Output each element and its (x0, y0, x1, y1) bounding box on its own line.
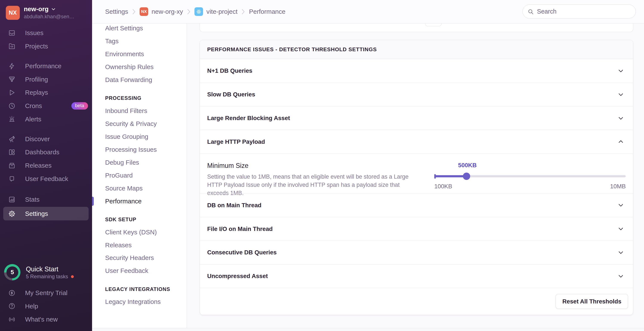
sidebar-item-profiling[interactable]: Profiling (0, 73, 92, 86)
sidebar-item-label: Settings (25, 210, 48, 217)
help-icon (8, 302, 16, 310)
slider-value-label: 500KB (458, 162, 477, 169)
settings-nav-item-alert-settings[interactable]: Alert Settings (105, 24, 187, 35)
quick-start-progress-ring: 5 (4, 264, 20, 280)
sidebar-nav: Issues Projects Performance Profiling Re… (0, 26, 92, 220)
slider-max-label: 10MB (610, 183, 626, 190)
slider-min-label: 100KB (434, 183, 452, 190)
accordion-row-slow-db-queries[interactable]: Slow DB Queries (200, 83, 633, 106)
sidebar-item-dashboards[interactable]: Dashboards (0, 146, 92, 159)
bolt-circle-icon (8, 289, 16, 296)
settings-nav-item-user-feedback[interactable]: User Feedback (105, 264, 187, 277)
quick-start[interactable]: 5 Quick Start 5 Remaining tasks (0, 264, 92, 286)
chevron-right-icon (132, 9, 136, 15)
accordion-row-uncompressed-asset[interactable]: Uncompressed Asset (200, 264, 633, 288)
sidebar-item-stats[interactable]: Stats (0, 193, 92, 206)
collapsed-button-partial[interactable] (425, 24, 442, 26)
search-input[interactable] (537, 8, 631, 15)
minimum-size-slider: 500KB 100KB 10MB (434, 162, 626, 191)
discover-icon (8, 135, 16, 143)
breadcrumb-settings[interactable]: Settings (105, 8, 128, 15)
sidebar-item-replays[interactable]: Replays (0, 86, 92, 99)
breadcrumb-performance[interactable]: Performance (249, 8, 286, 15)
sidebar-item-label: Issues (25, 29, 44, 37)
breadcrumb: Settings NX new-org-xy vite-project Perf… (105, 7, 286, 16)
releases-icon (8, 162, 16, 169)
accordion-row-consecutive-db-queries[interactable]: Consecutive DB Queries (200, 241, 633, 264)
settings-nav-item-debug-files[interactable]: Debug Files (105, 156, 187, 169)
alerts-icon (8, 115, 16, 123)
sidebar-item-help[interactable]: Help (0, 299, 92, 313)
sidebar-item-my-sentry-trial[interactable]: My Sentry Trial (0, 286, 92, 299)
settings-nav-item-data-forwarding[interactable]: Data Forwarding (105, 73, 187, 86)
settings-nav-item-ownership-rules[interactable]: Ownership Rules (105, 61, 187, 73)
profiling-icon (8, 76, 16, 83)
broadcast-icon (8, 316, 16, 323)
sidebar-item-discover[interactable]: Discover (0, 132, 92, 146)
chevron-down-icon (618, 202, 624, 209)
sidebar-item-label: Replays (25, 89, 48, 96)
slider-track[interactable] (434, 173, 626, 180)
sidebar-bottom: 5 Quick Start 5 Remaining tasks My Sentr… (0, 264, 92, 331)
chevron-down-icon (618, 225, 624, 232)
reset-all-thresholds-button[interactable]: Reset All Thresholds (556, 294, 628, 309)
chevron-down-icon (618, 115, 624, 122)
settings-nav-item-source-maps[interactable]: Source Maps (105, 182, 187, 195)
sidebar-item-alerts[interactable]: Alerts (0, 113, 92, 126)
minimum-size-label: Minimum Size (207, 162, 414, 169)
settings-nav-item-issue-grouping[interactable]: Issue Grouping (105, 130, 187, 143)
settings-nav-item-client-keys[interactable]: Client Keys (DSN) (105, 226, 187, 239)
settings-nav-item-performance[interactable]: Performance (105, 195, 187, 208)
slider-thumb[interactable] (463, 173, 470, 180)
chevron-down-icon (618, 273, 624, 279)
previous-panel-partial (200, 24, 633, 32)
chevron-right-icon (187, 9, 190, 15)
settings-nav-item-environments[interactable]: Environments (105, 48, 187, 61)
accordion-row-db-on-main-thread[interactable]: DB on Main Thread (200, 193, 633, 217)
org-switcher[interactable]: NX new-org abdullah.khan@sen… (0, 0, 92, 23)
settings-nav-item-legacy-integrations[interactable]: Legacy Integrations (105, 295, 187, 308)
accordion-row-n-plus-one-db-queries[interactable]: N+1 DB Queries (200, 59, 633, 83)
accordion-row-large-render-blocking-asset[interactable]: Large Render Blocking Asset (200, 106, 633, 130)
sidebar-item-user-feedback[interactable]: User Feedback (0, 172, 92, 185)
settings-nav-item-security-privacy[interactable]: Security & Privacy (105, 117, 187, 130)
settings-nav-item-processing-issues[interactable]: Processing Issues (105, 143, 187, 156)
sidebar-item-label: Alerts (25, 116, 41, 123)
accordion-row-large-http-payload[interactable]: Large HTTP Payload (200, 130, 633, 153)
sidebar-item-performance[interactable]: Performance (0, 59, 92, 73)
detector-threshold-panel: PERFORMANCE ISSUES - DETECTOR THRESHOLD … (200, 40, 633, 315)
main-sidebar: NX new-org abdullah.khan@sen… Issues Pro… (0, 0, 92, 331)
org-name: new-org (24, 5, 48, 13)
sidebar-item-label: Profiling (25, 76, 48, 83)
sidebar-item-whats-new[interactable]: What's new (0, 313, 92, 326)
accordion-row-file-io-on-main-thread[interactable]: File I/O on Main Thread (200, 217, 633, 241)
sidebar-item-issues[interactable]: Issues (0, 26, 92, 40)
performance-icon (8, 62, 16, 70)
sidebar-item-settings[interactable]: Settings (3, 207, 88, 220)
sidebar-item-label: User Feedback (25, 175, 68, 182)
settings-nav-item-security-headers[interactable]: Security Headers (105, 252, 187, 264)
notification-dot (71, 275, 74, 278)
settings-nav-item-proguard[interactable]: ProGuard (105, 169, 187, 182)
settings-nav-section-legacy-integrations: LEGACY INTEGRATIONS (105, 283, 187, 295)
panel-footer: Reset All Thresholds (200, 288, 633, 315)
sidebar-item-releases[interactable]: Releases (0, 159, 92, 172)
settings-nav-item-inbound-filters[interactable]: Inbound Filters (105, 104, 187, 117)
settings-nav-item-releases[interactable]: Releases (105, 239, 187, 252)
breadcrumb-project[interactable]: vite-project (194, 7, 238, 16)
sidebar-item-label: My Sentry Trial (25, 289, 67, 296)
gear-icon (8, 210, 16, 217)
sidebar-item-projects[interactable]: Projects (0, 40, 92, 53)
beta-badge: beta (72, 102, 88, 109)
chevron-down-icon (618, 91, 624, 98)
quick-start-count: 5 (6, 266, 18, 278)
settings-nav-item-tags[interactable]: Tags (105, 35, 187, 48)
sidebar-item-crons[interactable]: Crons beta (0, 99, 92, 113)
search-box[interactable] (522, 5, 636, 19)
org-avatar: NX (6, 6, 20, 20)
react-project-icon (194, 7, 203, 16)
dashboards-icon (8, 149, 16, 156)
user-feedback-icon (8, 175, 16, 182)
breadcrumb-org[interactable]: NX new-org-xy (140, 7, 183, 16)
sidebar-item-label: Projects (25, 43, 48, 50)
